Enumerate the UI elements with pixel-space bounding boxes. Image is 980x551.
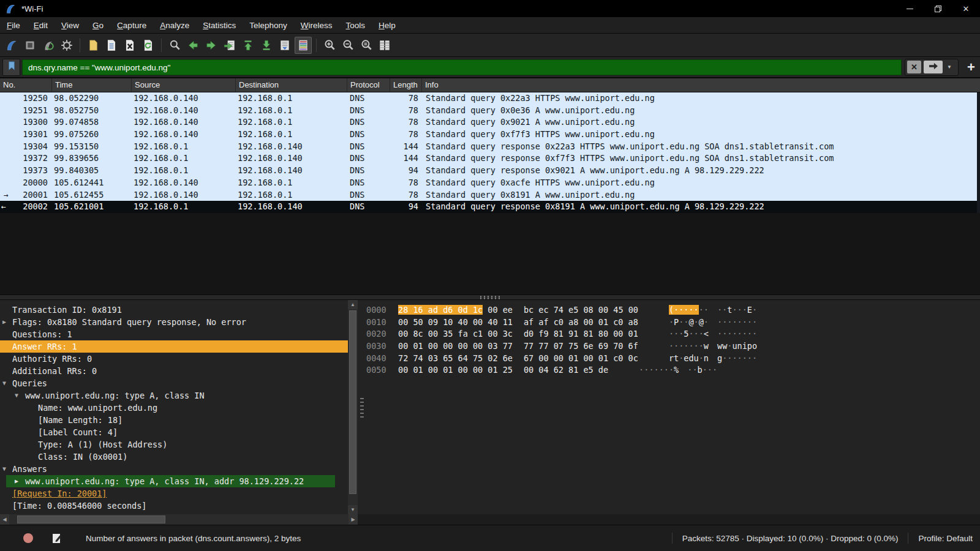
detail-row[interactable]: Questions: 1 (0, 328, 348, 340)
restore-button[interactable] (924, 0, 952, 17)
detail-row[interactable]: Additional RRs: 0 (0, 365, 348, 377)
save-file-button[interactable] (103, 37, 120, 54)
menu-analyze[interactable]: Analyze (153, 21, 196, 30)
menu-view[interactable]: View (55, 21, 86, 30)
first-packet-button[interactable] (239, 37, 257, 54)
horizontal-scrollbar-thumb[interactable] (17, 515, 165, 523)
scroll-down-button[interactable]: ▼ (348, 505, 358, 514)
column-header-info[interactable]: Info (422, 78, 980, 92)
bookmark-icon (7, 61, 17, 73)
packet-row[interactable]: →20001105.612455192.168.0.140192.168.0.1… (0, 189, 980, 201)
profile-text[interactable]: Profile: Default (918, 534, 980, 543)
colorize-packets-button[interactable] (295, 37, 312, 54)
detail-row[interactable]: Authority RRs: 0 (0, 353, 348, 365)
stop-capture-button[interactable] (21, 37, 39, 54)
next-packet-button[interactable] (203, 37, 220, 54)
packet-row[interactable]: 1925098.052290192.168.0.140192.168.0.1DN… (0, 92, 980, 105)
add-filter-button[interactable]: + (967, 61, 975, 74)
filter-bookmark-button[interactable] (2, 59, 20, 76)
apply-filter-button[interactable] (924, 61, 943, 73)
close-button[interactable]: ✕ (952, 0, 980, 17)
pane-splitter-vertical[interactable] (358, 300, 366, 514)
column-header-length[interactable]: Length (390, 78, 422, 92)
packet-row[interactable]: ←20002105.621001192.168.0.1192.168.0.140… (0, 201, 980, 213)
column-header-no[interactable]: No. (0, 78, 52, 92)
window-controls: ✕ (895, 0, 980, 17)
detail-row[interactable]: [Label Count: 4] (0, 426, 348, 438)
detail-row[interactable]: Class: IN (0x0001) (0, 451, 348, 463)
pane-splitter-horizontal[interactable] (0, 294, 980, 300)
scroll-up-button[interactable]: ▲ (348, 300, 358, 309)
detail-row[interactable]: ▶Flags: 0x8180 Standard query response, … (0, 316, 348, 328)
packet-row[interactable]: 20000105.612441192.168.0.140192.168.0.1D… (0, 177, 980, 189)
menu-wireless[interactable]: Wireless (294, 21, 339, 30)
hex-row[interactable]: 005000 01 00 01 00 00 01 2500 04 62 81 e… (366, 364, 980, 377)
menu-capture[interactable]: Capture (110, 21, 153, 30)
packet-row[interactable]: 1930099.074858192.168.0.140192.168.0.1DN… (0, 116, 980, 129)
packet-row[interactable]: 1930199.075260192.168.0.140192.168.0.1DN… (0, 129, 980, 141)
hex-row[interactable]: 001000 50 09 10 40 00 40 11af af c0 a8 0… (366, 317, 980, 329)
splitter-grip-icon (360, 397, 364, 418)
menu-telephony[interactable]: Telephony (243, 21, 294, 30)
vertical-scrollbar-thumb[interactable] (349, 310, 356, 494)
zoom-out-button[interactable] (339, 37, 356, 54)
resize-columns-button[interactable] (376, 37, 393, 54)
hex-row[interactable]: 004072 74 03 65 64 75 02 6e67 00 00 01 0… (366, 353, 980, 365)
detail-row[interactable]: ▼Answers (0, 463, 348, 475)
detail-row[interactable]: Transaction ID: 0x8191 (0, 304, 348, 316)
detail-row[interactable]: ▼Queries (0, 377, 348, 389)
packet-row[interactable]: 1937299.839656192.168.0.1192.168.0.140DN… (0, 152, 980, 165)
display-filter-input[interactable]: dns.qry.name == "www.uniport.edu.ng" (22, 59, 902, 75)
find-packet-button[interactable] (166, 37, 183, 54)
packet-row[interactable]: 1937399.840305192.168.0.1192.168.0.140DN… (0, 165, 980, 177)
hex-row[interactable]: 000028 16 ad d6 0d 1c 00 eebc ec 74 e5 0… (366, 304, 980, 317)
menu-statistics[interactable]: Statistics (196, 21, 243, 30)
open-file-button[interactable] (85, 37, 102, 54)
menu-go[interactable]: Go (86, 21, 110, 30)
last-packet-button[interactable] (258, 37, 275, 54)
details-horizontal-scrollbar[interactable]: ◀ ▶ (0, 514, 358, 525)
detail-row[interactable]: Answer RRs: 1 (0, 340, 348, 353)
menu-tools[interactable]: Tools (339, 21, 372, 30)
detail-row[interactable]: ▶www.uniport.edu.ng: type A, class IN, a… (0, 475, 348, 487)
reload-file-button[interactable] (140, 37, 157, 54)
minimize-button[interactable] (895, 0, 924, 17)
capture-options-button[interactable] (58, 37, 75, 54)
start-capture-button[interactable] (3, 37, 20, 54)
packet-list-scrollbar[interactable] (977, 92, 980, 213)
menu-edit[interactable]: Edit (27, 21, 55, 30)
hex-row[interactable]: 002000 8c 00 35 fa c1 00 3cd0 f9 81 91 8… (366, 328, 980, 340)
scroll-left-button[interactable]: ◀ (0, 514, 9, 525)
details-vertical-scrollbar[interactable]: ▲ ▼ (348, 300, 358, 514)
previous-packet-button[interactable] (184, 37, 202, 54)
column-header-destination[interactable]: Destination (236, 78, 347, 92)
zoom-out-icon (341, 39, 355, 52)
close-file-button[interactable] (121, 37, 138, 54)
detail-row[interactable]: [Name Length: 18] (0, 414, 348, 426)
open-file-icon (86, 39, 100, 52)
restart-capture-button[interactable] (40, 37, 57, 54)
detail-row[interactable]: ▼www.uniport.edu.ng: type A, class IN (0, 389, 348, 402)
zoom-in-button[interactable] (321, 37, 338, 54)
detail-row[interactable]: Name: www.uniport.edu.ng (0, 402, 348, 414)
expert-info-icon[interactable] (23, 533, 33, 543)
detail-row[interactable]: Type: A (1) (Host Address) (0, 438, 348, 451)
wireshark-window: *Wi-Fi ✕ FileEditViewGoCaptureAnalyzeSta… (0, 0, 980, 551)
column-header-protocol[interactable]: Protocol (347, 78, 390, 92)
menu-file[interactable]: File (0, 21, 27, 30)
go-to-packet-button[interactable] (221, 37, 238, 54)
zoom-100-button[interactable] (358, 37, 375, 54)
column-header-time[interactable]: Time (52, 78, 132, 92)
scroll-right-button[interactable]: ▶ (349, 514, 358, 525)
capture-comment-icon[interactable] (51, 533, 62, 544)
detail-row[interactable]: [Time: 0.008546000 seconds] (0, 500, 348, 512)
column-header-source[interactable]: Source (132, 78, 236, 92)
detail-row[interactable]: [Request In: 20001] (0, 487, 348, 500)
auto-scroll-button[interactable] (276, 37, 293, 54)
menu-help[interactable]: Help (372, 21, 402, 30)
packet-row[interactable]: 1930499.153150192.168.0.1192.168.0.140DN… (0, 141, 980, 153)
hex-row[interactable]: 003000 01 00 00 00 00 03 7777 77 07 75 6… (366, 340, 980, 353)
filter-history-dropdown-button[interactable]: ▼ (943, 64, 956, 70)
clear-filter-button[interactable]: ✕ (907, 61, 921, 73)
packet-row[interactable]: 1925198.052750192.168.0.140192.168.0.1DN… (0, 105, 980, 117)
